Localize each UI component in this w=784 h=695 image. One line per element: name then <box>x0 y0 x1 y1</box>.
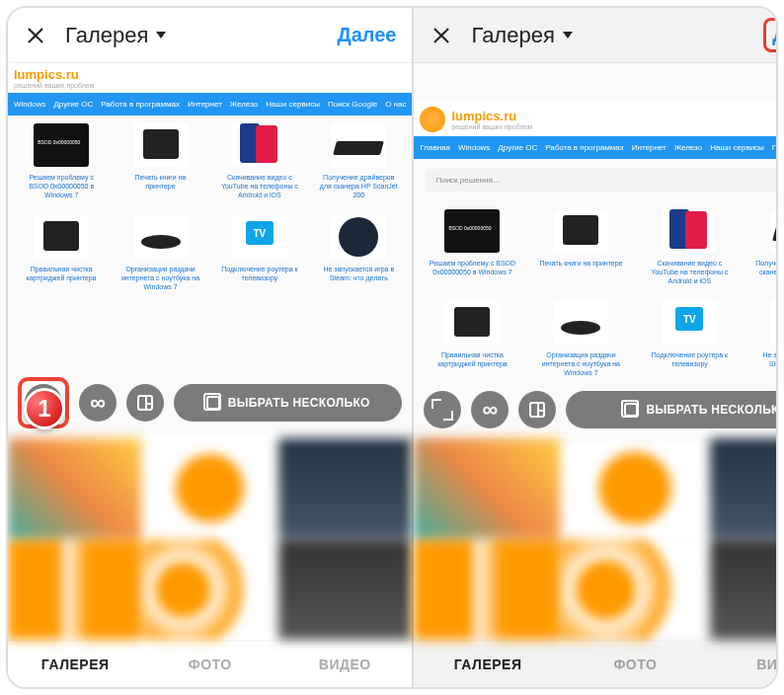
site-logo: lumpics.ru <box>451 109 532 123</box>
stack-icon <box>624 403 638 417</box>
header-title: Галерея <box>65 23 148 48</box>
site-menubar: WindowsДругие OCРабота в программахИнтер… <box>8 93 412 116</box>
site-tagline: решений ваших проблем <box>14 82 406 89</box>
site-menubar: ГлавнаяWindowsДругие OCРабота в программ… <box>414 136 778 159</box>
select-multiple-label: ВЫБРАТЬ НЕСКОЛЬКО <box>646 403 778 417</box>
header-title: Галерея <box>471 23 554 48</box>
collage-icon <box>529 402 545 418</box>
stack-icon <box>206 396 220 410</box>
chevron-down-icon <box>563 32 573 39</box>
tab-video[interactable]: ВИДЕО <box>277 641 412 687</box>
infinity-icon: ∞ <box>483 397 499 423</box>
image-preview[interactable]: lumpics.ru решений ваших проблем Windows… <box>8 63 412 438</box>
close-icon[interactable] <box>430 24 453 47</box>
select-multiple-label: ВЫБРАТЬ НЕСКОЛЬКО <box>228 396 370 410</box>
select-multiple-button[interactable]: ВЫБРАТЬ НЕСКОЛЬКО <box>174 384 402 422</box>
gallery-grid[interactable] <box>8 438 412 640</box>
collage-button[interactable] <box>126 384 164 422</box>
site-logo: lumpics.ru <box>14 67 406 82</box>
chevron-down-icon <box>156 32 166 39</box>
expand-icon <box>433 401 451 419</box>
image-preview[interactable]: lumpics.ru решений ваших проблем Главная… <box>414 63 778 438</box>
tab-gallery[interactable]: ГАЛЕРЕЯ <box>8 641 142 687</box>
next-button[interactable]: Далее <box>763 18 778 52</box>
infinity-icon: ∞ <box>90 390 106 416</box>
gallery-grid[interactable] <box>414 438 778 640</box>
next-button[interactable]: Далее <box>337 24 396 46</box>
site-search: Поиск решения... <box>426 169 778 192</box>
expand-crop-button[interactable] <box>424 391 461 428</box>
pane-right: Галерея Далее 2 lumpics.ru решений ваших… <box>414 8 778 687</box>
header: Галерея Далее <box>8 8 412 63</box>
preview-controls: ∞ ВЫБРАТЬ НЕСКОЛЬКО <box>424 391 778 428</box>
tab-photo[interactable]: ФОТО <box>562 641 709 687</box>
pane-left: Галерея Далее lumpics.ru решений ваших п… <box>8 8 412 687</box>
tab-photo[interactable]: ФОТО <box>142 641 276 687</box>
collage-button[interactable] <box>518 391 556 428</box>
select-multiple-button[interactable]: ВЫБРАТЬ НЕСКОЛЬКО <box>566 391 778 428</box>
bottom-tabs: ГАЛЕРЕЯ ФОТО ВИДЕО <box>414 640 778 687</box>
tab-gallery[interactable]: ГАЛЕРЕЯ <box>414 641 561 687</box>
boomerang-button[interactable]: ∞ <box>471 391 509 428</box>
tab-video[interactable]: ВИДЕО <box>709 641 778 687</box>
gallery-source-dropdown[interactable]: Галерея <box>65 23 166 48</box>
site-tagline: решений ваших проблем <box>451 123 532 130</box>
boomerang-button[interactable]: ∞ <box>79 384 117 422</box>
gallery-source-dropdown[interactable]: Галерея <box>471 23 572 48</box>
preview-controls: ∞ ВЫБРАТЬ НЕСКОЛЬКО <box>18 377 402 428</box>
step-badge-1: 1 <box>24 388 65 429</box>
bottom-tabs: ГАЛЕРЕЯ ФОТО ВИДЕО <box>8 640 412 687</box>
close-icon[interactable] <box>24 24 47 47</box>
collage-icon <box>137 395 153 411</box>
header: Галерея Далее <box>414 8 778 63</box>
